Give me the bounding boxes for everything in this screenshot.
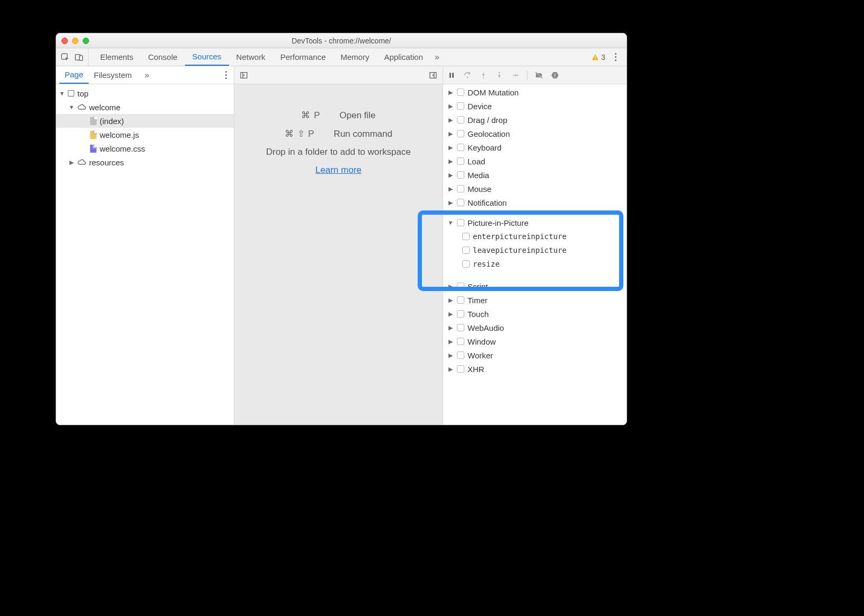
breakpoint-category[interactable]: ▶Window: [443, 335, 627, 348]
shortcut-text: ⌘ ⇧ P: [285, 128, 315, 139]
tree-label: welcome.js: [100, 130, 139, 139]
category-label: Keyboard: [468, 143, 501, 152]
step-out-icon[interactable]: [494, 70, 505, 81]
tabs-overflow-icon[interactable]: »: [430, 48, 444, 66]
breakpoint-category[interactable]: ▶WebAudio: [443, 321, 627, 335]
tab-application[interactable]: Application: [377, 48, 430, 66]
breakpoint-category[interactable]: ▶Mouse: [443, 182, 627, 196]
category-label: Mouse: [468, 184, 491, 193]
step-over-icon[interactable]: [462, 70, 473, 81]
checkbox[interactable]: [457, 296, 464, 304]
category-label: Device: [468, 102, 492, 111]
breakpoint-category[interactable]: ▶Drag / drop: [443, 113, 627, 127]
breakpoint-category[interactable]: ▶Notification: [443, 196, 627, 209]
svg-rect-7: [449, 73, 451, 77]
tree-item-welcome-js[interactable]: ▸ welcome.js: [56, 128, 234, 142]
breakpoint-category[interactable]: ▶Script: [443, 279, 627, 293]
step-icon[interactable]: [510, 70, 521, 81]
category-label: Geolocation: [468, 129, 510, 138]
breakpoint-category[interactable]: ▶XHR: [443, 362, 627, 376]
breakpoint-category[interactable]: ▶Media: [443, 168, 627, 182]
tree-item-welcome[interactable]: ▼ welcome: [56, 100, 234, 114]
tree-item-resources[interactable]: ▶ resources: [56, 155, 234, 169]
breakpoint-category[interactable]: ▶Timer: [443, 293, 627, 307]
tab-sources[interactable]: Sources: [185, 48, 229, 66]
category-label: DOM Mutation: [468, 88, 519, 97]
tab-elements[interactable]: Elements: [93, 48, 141, 66]
checkbox[interactable]: [457, 116, 464, 124]
breakpoint-category[interactable]: ▶Load: [443, 154, 627, 168]
category-label: Load: [468, 157, 485, 166]
breakpoint-category[interactable]: ▶Keyboard: [443, 140, 627, 154]
tree-item-top[interactable]: ▼ top: [56, 86, 234, 100]
breakpoint-item[interactable]: leavepictureinpicture: [443, 243, 627, 257]
inspect-element-icon[interactable]: [59, 51, 71, 63]
tree-item-index[interactable]: ▸ (index): [56, 114, 234, 128]
breakpoint-category[interactable]: ▶Touch: [443, 307, 627, 321]
subtab-overflow-icon[interactable]: »: [139, 66, 155, 84]
tab-performance[interactable]: Performance: [273, 48, 333, 66]
show-navigator-icon[interactable]: [239, 70, 249, 81]
deactivate-breakpoints-icon[interactable]: [534, 70, 544, 81]
checkbox[interactable]: [457, 351, 464, 359]
navigator-menu-icon[interactable]: [221, 71, 231, 79]
breakpoint-item[interactable]: resize: [443, 257, 627, 271]
learn-more-link[interactable]: Learn more: [315, 165, 362, 175]
checkbox[interactable]: [457, 219, 464, 226]
cloud-icon: [77, 158, 86, 166]
subtab-page[interactable]: Page: [59, 66, 89, 84]
device-toolbar-icon[interactable]: [73, 51, 85, 63]
editor-empty-state: ⌘ P Open file ⌘ ⇧ P Run command Drop in …: [234, 84, 443, 425]
step-into-icon[interactable]: [478, 70, 489, 81]
category-label: Picture-in-Picture: [468, 218, 528, 227]
breakpoint-category-pip[interactable]: ▼Picture-in-Picture: [443, 216, 627, 230]
checkbox[interactable]: [462, 233, 470, 240]
tab-memory[interactable]: Memory: [333, 48, 377, 66]
checkbox[interactable]: [462, 260, 470, 268]
svg-rect-8: [452, 73, 454, 77]
debugger-toolbar: [443, 66, 627, 84]
document-icon: [90, 117, 96, 125]
tab-network[interactable]: Network: [229, 48, 273, 66]
checkbox[interactable]: [457, 338, 464, 345]
checkbox[interactable]: [457, 310, 464, 318]
checkbox[interactable]: [457, 171, 464, 179]
settings-menu-icon[interactable]: [611, 53, 620, 61]
checkbox[interactable]: [457, 102, 464, 110]
close-icon[interactable]: [61, 38, 68, 44]
pause-icon[interactable]: [446, 70, 457, 81]
checkbox[interactable]: [457, 157, 464, 165]
tab-console[interactable]: Console: [141, 48, 185, 66]
checkbox[interactable]: [457, 185, 464, 192]
zoom-icon[interactable]: [83, 38, 89, 44]
breakpoint-category[interactable]: ▶Device: [443, 99, 627, 113]
checkbox[interactable]: [457, 283, 464, 290]
hint-label: Run command: [334, 129, 393, 139]
checkbox[interactable]: [457, 324, 464, 331]
warnings-count: 3: [601, 53, 605, 61]
tabstrip-left-tools: [59, 48, 89, 66]
checkbox[interactable]: [457, 199, 464, 206]
tree-label: welcome.css: [100, 144, 145, 153]
tree-item-welcome-css[interactable]: ▸ welcome.css: [56, 142, 234, 155]
minimize-icon[interactable]: [72, 38, 78, 44]
checkbox[interactable]: [457, 89, 464, 96]
svg-rect-4: [595, 58, 596, 59]
show-debugger-icon[interactable]: [428, 70, 438, 81]
checkbox[interactable]: [457, 144, 464, 151]
checkbox[interactable]: [457, 130, 464, 137]
devtools-window: DevTools - chrome://welcome/ Elements Co…: [56, 33, 627, 425]
breakpoint-item[interactable]: enterpictureinpicture: [443, 230, 627, 243]
js-file-icon: [90, 131, 96, 139]
checkbox[interactable]: [462, 247, 470, 254]
css-file-icon: [90, 145, 96, 153]
warnings-badge[interactable]: 3: [592, 53, 605, 61]
category-label: Media: [468, 171, 489, 180]
breakpoint-category[interactable]: ▶DOM Mutation: [443, 85, 627, 99]
breakpoint-category[interactable]: ▶Geolocation: [443, 127, 627, 140]
pause-on-exceptions-icon[interactable]: [550, 70, 560, 81]
breakpoint-category[interactable]: ▶Worker: [443, 348, 627, 362]
subtab-filesystem[interactable]: Filesystem: [89, 66, 137, 84]
checkbox[interactable]: [457, 365, 464, 373]
category-label: Worker: [468, 351, 493, 360]
